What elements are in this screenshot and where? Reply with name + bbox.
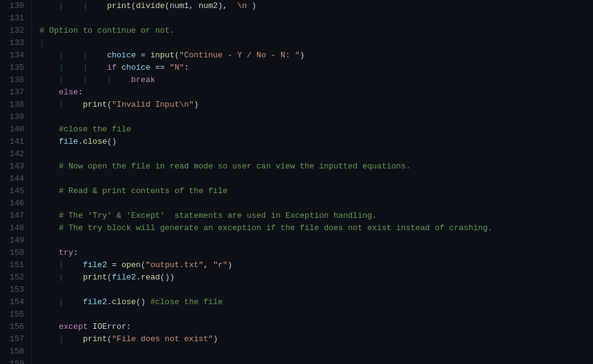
- code-line: # Option to continue or not.: [40, 25, 593, 37]
- code-content: | | print(divide(num1, num2), \n ) # Opt…: [32, 0, 593, 364]
- code-token: print: [83, 99, 107, 111]
- code-token: [40, 160, 59, 173]
- line-number: 131: [5, 12, 24, 25]
- code-token: [40, 247, 59, 259]
- code-line: | | | break: [40, 74, 593, 86]
- code-token: .: [78, 136, 83, 148]
- code-token: :: [74, 247, 78, 259]
- code-token: try: [59, 247, 73, 259]
- code-token: "r": [213, 259, 227, 271]
- code-line: [40, 111, 593, 123]
- line-number: 134: [5, 49, 24, 62]
- line-number: 132: [5, 25, 24, 37]
- code-token: |: [40, 296, 83, 308]
- code-token: |: [40, 333, 83, 345]
- line-number: 138: [5, 99, 24, 111]
- code-line: try:: [40, 247, 593, 259]
- code-line: [40, 308, 593, 321]
- code-token: file2: [83, 259, 107, 271]
- line-number: 139: [5, 111, 24, 123]
- code-line: [40, 358, 593, 364]
- code-token: |: [40, 99, 83, 111]
- code-editor: 1301311321331341351361371381391401411421…: [0, 0, 593, 364]
- code-token: #close the file: [150, 296, 222, 308]
- code-token: ()): [160, 271, 174, 284]
- code-token: (: [131, 0, 136, 12]
- code-token: choice: [107, 49, 136, 62]
- code-token: [40, 321, 59, 333]
- line-number: 146: [5, 197, 24, 210]
- code-token: | |: [40, 49, 107, 62]
- code-token: [40, 123, 59, 136]
- code-token: (: [141, 259, 146, 271]
- code-line: # The 'Try' & 'Except' statements are us…: [40, 210, 593, 222]
- code-token: | |: [40, 0, 107, 12]
- line-number: 158: [5, 345, 24, 358]
- line-number: 145: [5, 185, 24, 197]
- code-token: divide: [136, 0, 165, 12]
- code-token: ): [213, 333, 218, 345]
- line-number: 148: [5, 222, 24, 234]
- code-token: ): [194, 99, 199, 111]
- code-line: [40, 234, 593, 247]
- line-number: 153: [5, 284, 24, 296]
- code-token: #close the file: [59, 123, 131, 136]
- code-line: [40, 148, 593, 160]
- code-token: "output.txt": [146, 259, 204, 271]
- line-number: 156: [5, 321, 24, 333]
- code-line: | file2.close() #close the file: [40, 296, 593, 308]
- code-token: [117, 62, 122, 74]
- code-token: # Option to continue or not.: [40, 25, 174, 37]
- code-token: ): [227, 259, 232, 271]
- code-token: ==: [150, 62, 169, 74]
- code-token: [40, 185, 59, 197]
- code-line: else:: [40, 86, 593, 99]
- code-line: | print("Invalid Input\n"): [40, 99, 593, 111]
- code-token: (): [136, 296, 150, 308]
- code-token: close: [83, 136, 107, 148]
- line-number: 144: [5, 173, 24, 185]
- line-number: 137: [5, 86, 24, 99]
- line-number: 130: [5, 0, 24, 12]
- line-number: 147: [5, 210, 24, 222]
- code-line: #close the file: [40, 123, 593, 136]
- code-token: .: [107, 296, 112, 308]
- code-token: [40, 210, 59, 222]
- code-line: | | print(divide(num1, num2), \n ): [40, 0, 593, 12]
- code-token: (): [107, 136, 117, 148]
- code-token: |: [40, 271, 83, 284]
- code-token: choice: [122, 62, 151, 74]
- line-number: 154: [5, 296, 24, 308]
- code-token: (: [174, 49, 179, 62]
- code-token: print: [83, 271, 107, 284]
- code-token: "File does not exist": [112, 333, 213, 345]
- code-token: if: [107, 62, 117, 74]
- code-token: ,: [203, 259, 213, 271]
- code-token: ): [300, 49, 305, 62]
- code-token: .: [136, 271, 141, 284]
- line-number: 157: [5, 333, 24, 345]
- code-token: (: [107, 333, 112, 345]
- line-number: 135: [5, 62, 24, 74]
- code-line: | print("File does not exist"): [40, 333, 593, 345]
- line-number: 140: [5, 123, 24, 136]
- line-number: 133: [5, 37, 24, 49]
- code-token: read: [141, 271, 160, 284]
- code-line: [40, 12, 593, 25]
- code-token: [40, 222, 59, 234]
- code-token: ): [247, 0, 257, 12]
- code-token: IOError:: [88, 321, 131, 333]
- code-token: [40, 86, 59, 99]
- code-line: | | if choice == "N":: [40, 62, 593, 74]
- line-number: 142: [5, 148, 24, 160]
- code-token: open: [122, 259, 141, 271]
- code-token: | |: [40, 62, 107, 74]
- code-token: |: [40, 259, 83, 271]
- code-line: # The try block will generate an excepti…: [40, 222, 593, 234]
- code-token: else: [59, 86, 78, 99]
- code-token: "N": [170, 62, 184, 74]
- code-line: [40, 197, 593, 210]
- code-token: (num1, num2),: [165, 0, 237, 12]
- code-token: :: [78, 86, 83, 99]
- code-token: =: [107, 259, 121, 271]
